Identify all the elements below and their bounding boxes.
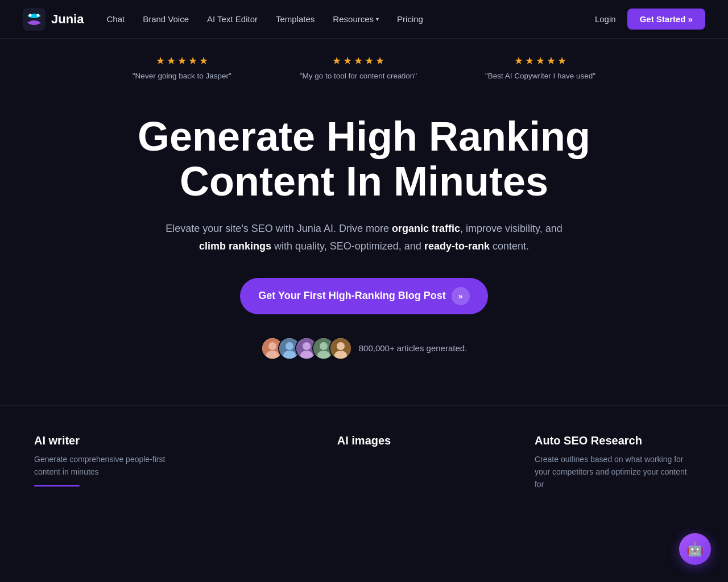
navbar-left: Junia Chat Brand Voice AI Text Editor Te…	[23, 8, 423, 31]
cta-chevrons-icon: »	[452, 287, 470, 305]
feature-ai-writer-desc: Generate comprehensive people-first cont…	[34, 453, 193, 479]
hero-cta-button[interactable]: Get Your First High-Ranking Blog Post »	[240, 278, 487, 314]
subtitle-text-1: Elevate your site's SEO with Junia AI. D…	[166, 223, 392, 234]
star: ★	[177, 55, 187, 67]
svg-rect-0	[23, 8, 46, 31]
nav-link-templates[interactable]: Templates	[276, 14, 315, 24]
review-text-2: "My go to tool for content creation"	[300, 72, 417, 80]
avatars-group	[261, 337, 352, 360]
review-text-3: "Best AI Copywriter I have used"	[485, 72, 595, 80]
star: ★	[375, 55, 384, 67]
chat-bot-float-button[interactable]: 🤖	[679, 533, 711, 565]
cta-label: Get Your First High-Ranking Blog Post	[258, 290, 445, 302]
star: ★	[332, 55, 341, 67]
stars-3: ★ ★ ★ ★ ★	[514, 55, 566, 67]
stars-1: ★ ★ ★ ★ ★	[156, 55, 208, 67]
feature-ai-images: AI images	[337, 434, 391, 453]
nav-item-ai-text-editor[interactable]: AI Text Editor	[207, 14, 258, 24]
star: ★	[536, 55, 545, 67]
logo-icon	[23, 8, 46, 31]
logo-text: Junia	[51, 12, 84, 27]
feature-auto-seo-title: Auto SEO Research	[535, 434, 694, 447]
hero-title: Generate High Ranking Content In Minutes	[108, 114, 620, 204]
feature-ai-images-title: AI images	[337, 434, 391, 447]
star: ★	[514, 55, 523, 67]
feature-ai-writer-title: AI writer	[34, 434, 193, 447]
svg-point-7	[286, 342, 293, 350]
star: ★	[547, 55, 556, 67]
star: ★	[354, 55, 363, 67]
nav-link-ai-text-editor[interactable]: AI Text Editor	[207, 14, 258, 24]
subtitle-text-4: content.	[490, 240, 529, 252]
svg-point-10	[303, 342, 311, 350]
review-item-3: ★ ★ ★ ★ ★ "Best AI Copywriter I have use…	[485, 55, 595, 80]
nav-item-templates[interactable]: Templates	[276, 14, 315, 24]
nav-link-chat[interactable]: Chat	[106, 14, 125, 24]
avatar-5	[329, 337, 352, 360]
nav-links: Chat Brand Voice AI Text Editor Template…	[106, 14, 423, 24]
features-strip: AI writer Generate comprehensive people-…	[0, 405, 728, 491]
star: ★	[156, 55, 165, 67]
svg-point-2	[37, 14, 40, 16]
stars-2: ★ ★ ★ ★ ★	[332, 55, 384, 67]
star: ★	[343, 55, 352, 67]
navbar: Junia Chat Brand Voice AI Text Editor Te…	[0, 0, 728, 39]
svg-point-13	[320, 342, 328, 350]
nav-link-pricing[interactable]: Pricing	[397, 14, 423, 24]
login-button[interactable]: Login	[595, 14, 616, 24]
nav-link-brand-voice[interactable]: Brand Voice	[143, 14, 189, 24]
feature-ai-writer: AI writer Generate comprehensive people-…	[34, 434, 193, 487]
hero-section: Generate High Ranking Content In Minutes…	[0, 92, 728, 394]
avatars-row: 800,000+ articles generated.	[46, 337, 682, 360]
nav-item-chat[interactable]: Chat	[106, 14, 125, 24]
svg-point-4	[268, 342, 276, 350]
nav-item-pricing[interactable]: Pricing	[397, 14, 423, 24]
subtitle-bold-3: ready-to-rank	[424, 240, 490, 252]
feature-auto-seo: Auto SEO Research Create outlines based …	[535, 434, 694, 491]
review-item-2: ★ ★ ★ ★ ★ "My go to tool for content cre…	[300, 55, 417, 80]
feature-ai-writer-underline	[34, 485, 80, 487]
navbar-right: Login Get Started »	[595, 9, 705, 30]
nav-item-resources[interactable]: Resources ▾	[333, 14, 379, 24]
svg-point-1	[29, 14, 32, 16]
star: ★	[188, 55, 197, 67]
chat-bot-icon: 🤖	[686, 541, 704, 557]
star: ★	[199, 55, 208, 67]
avatar-face-5	[330, 338, 351, 359]
hero-subtitle: Elevate your site's SEO with Junia AI. D…	[159, 220, 569, 255]
svg-point-16	[337, 342, 345, 350]
star: ★	[167, 55, 176, 67]
logo[interactable]: Junia	[23, 8, 84, 31]
review-text-1: "Never going back to Jasper"	[133, 72, 231, 80]
subtitle-text-2: , improve visibility, and	[460, 223, 562, 234]
resources-chevron-icon: ▾	[376, 16, 379, 22]
subtitle-bold-1: organic traffic	[392, 223, 460, 234]
articles-count: 800,000+ articles generated.	[359, 343, 468, 353]
get-started-button[interactable]: Get Started »	[627, 9, 705, 30]
reviews-strip: ★ ★ ★ ★ ★ "Never going back to Jasper" ★…	[0, 39, 728, 92]
star: ★	[365, 55, 374, 67]
star: ★	[557, 55, 566, 67]
nav-item-brand-voice[interactable]: Brand Voice	[143, 14, 189, 24]
subtitle-bold-2: climb rankings	[199, 240, 271, 252]
feature-auto-seo-desc: Create outlines based on what working fo…	[535, 453, 694, 491]
review-item-1: ★ ★ ★ ★ ★ "Never going back to Jasper"	[133, 55, 231, 80]
star: ★	[525, 55, 534, 67]
subtitle-text-3: with quality, SEO-optimized, and	[271, 240, 424, 252]
nav-link-resources[interactable]: Resources ▾	[333, 14, 379, 24]
